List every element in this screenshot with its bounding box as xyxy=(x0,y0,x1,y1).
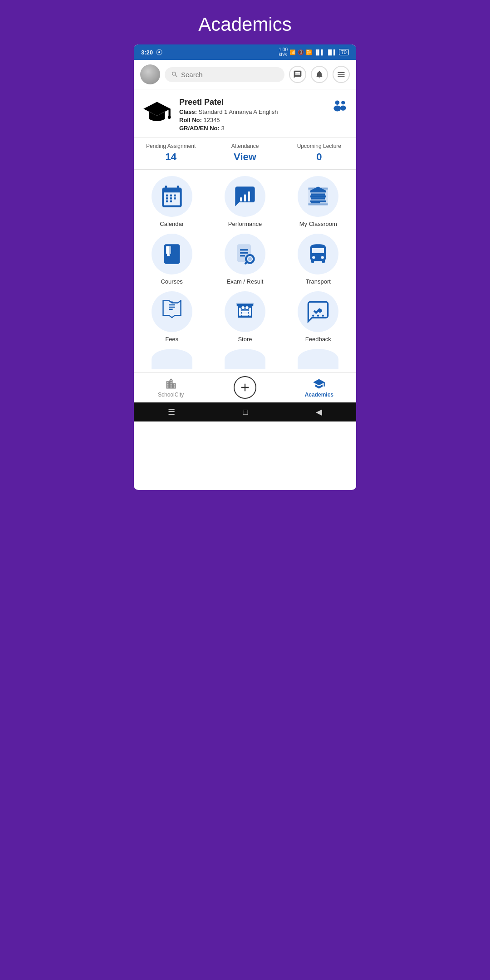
menu-item-transport[interactable]: Transport xyxy=(285,234,352,285)
stat-pending-value: 14 xyxy=(134,151,208,163)
android-back-button[interactable]: ◀ xyxy=(316,407,322,417)
school-logo xyxy=(141,98,173,129)
status-icons: 1.00kb/s 📶 📵 📴 ▐▌▌ ▐▌▌ 70 xyxy=(279,47,349,57)
stat-upcoming-label: Upcoming Lecture xyxy=(282,143,356,149)
my-classroom-icon-circle xyxy=(298,176,338,217)
svg-rect-8 xyxy=(166,195,168,196)
stat-attendance-value: View xyxy=(208,151,282,163)
bottom-nav-add[interactable] xyxy=(208,376,282,399)
stat-upcoming-lecture: Upcoming Lecture 0 xyxy=(282,143,356,163)
svg-rect-15 xyxy=(170,201,172,202)
bottom-nav-school-city[interactable]: SchoolCity xyxy=(134,377,208,398)
performance-icon-circle xyxy=(225,176,265,217)
menu-item-calendar[interactable]: Calendar xyxy=(138,176,205,227)
outer-wrapper: Academics 3:20 1.00kb/s 📶 📵 📴 ▐▌▌ ▐▌▌ 70 xyxy=(122,0,368,490)
add-button[interactable] xyxy=(234,376,256,399)
transport-icon-circle xyxy=(298,234,338,274)
svg-rect-20 xyxy=(311,194,325,196)
bell-icon xyxy=(315,70,324,79)
courses-icon-circle xyxy=(152,234,192,274)
svg-point-3 xyxy=(168,116,171,119)
menu-item-feedback[interactable]: Feedback xyxy=(285,291,352,343)
svg-point-4 xyxy=(335,100,340,105)
exam-icon xyxy=(233,242,257,266)
stat-attendance-label: Attendance xyxy=(208,143,282,149)
svg-rect-2 xyxy=(169,109,171,117)
svg-point-6 xyxy=(341,101,345,104)
svg-point-0 xyxy=(158,51,160,53)
svg-rect-27 xyxy=(240,255,245,256)
svg-rect-26 xyxy=(240,252,248,254)
svg-rect-22 xyxy=(311,201,320,203)
menu-item-courses[interactable]: Courses xyxy=(138,234,205,285)
messages-button[interactable] xyxy=(289,66,306,83)
svg-rect-33 xyxy=(241,311,249,312)
menu-label-fees: Fees xyxy=(165,336,178,343)
bottom-nav-school-city-label: SchoolCity xyxy=(158,392,184,398)
menu-label-feedback: Feedback xyxy=(305,336,331,343)
status-time: 3:20 xyxy=(141,49,163,56)
svg-rect-9 xyxy=(170,195,172,196)
svg-point-30 xyxy=(248,257,252,261)
family-icon xyxy=(331,98,349,116)
student-name: Preeti Patel xyxy=(179,98,324,107)
bottom-nav: SchoolCity Academics xyxy=(134,372,356,402)
menu-label-calendar: Calendar xyxy=(160,220,184,227)
search-icon xyxy=(171,71,178,78)
search-placeholder: Search xyxy=(181,71,203,78)
svg-rect-14 xyxy=(166,201,168,202)
student-roll: Roll No: 12345 xyxy=(179,117,324,123)
fees-icon xyxy=(160,300,184,323)
transport-icon xyxy=(306,242,330,266)
student-gr: GR/AD/EN No: 3 xyxy=(179,125,324,132)
svg-rect-17 xyxy=(244,195,246,201)
student-info: Preeti Patel Class: Standard 1 Annanya A… xyxy=(179,98,324,132)
store-icon xyxy=(233,300,257,323)
svg-point-37 xyxy=(312,315,314,317)
svg-point-39 xyxy=(322,315,324,317)
svg-rect-13 xyxy=(174,197,176,199)
nav-icons xyxy=(289,66,350,83)
graduation-cap-icon xyxy=(142,98,172,129)
android-home-button[interactable]: □ xyxy=(243,407,248,417)
store-icon-circle xyxy=(225,291,265,332)
android-menu-button[interactable]: ☰ xyxy=(168,407,175,417)
svg-rect-25 xyxy=(240,249,248,250)
menu-button[interactable] xyxy=(333,66,350,83)
menu-item-fees[interactable]: Fees xyxy=(138,291,205,343)
svg-point-5 xyxy=(333,106,341,112)
svg-rect-11 xyxy=(166,197,168,199)
menu-label-exam-result: Exam / Result xyxy=(227,278,264,285)
menu-item-store[interactable]: Store xyxy=(211,291,278,343)
courses-icon xyxy=(160,242,184,266)
search-bar[interactable]: Search xyxy=(165,67,284,82)
menu-label-my-classroom: My Classroom xyxy=(299,220,337,227)
stat-attendance[interactable]: Attendance View xyxy=(208,143,282,163)
svg-point-38 xyxy=(317,315,319,317)
menu-row-partial xyxy=(134,349,356,372)
avatar[interactable] xyxy=(140,64,160,84)
notifications-button[interactable] xyxy=(311,66,328,83)
fees-icon-circle xyxy=(152,291,192,332)
profile-icon[interactable] xyxy=(331,98,349,116)
svg-point-36 xyxy=(241,306,245,310)
stat-pending-label: Pending Assignment xyxy=(134,143,208,149)
menu-item-exam-result[interactable]: Exam / Result xyxy=(211,234,278,285)
stat-upcoming-value: 0 xyxy=(282,151,356,163)
classroom-icon xyxy=(306,185,330,208)
svg-rect-32 xyxy=(236,303,254,306)
bottom-nav-academics[interactable]: Academics xyxy=(282,377,356,398)
top-nav: Search xyxy=(134,60,356,89)
menu-label-transport: Transport xyxy=(306,278,331,285)
menu-label-performance: Performance xyxy=(228,220,262,227)
menu-item-performance[interactable]: Performance xyxy=(211,176,278,227)
school-city-icon xyxy=(165,377,177,390)
performance-icon xyxy=(233,185,257,208)
calendar-icon-circle xyxy=(152,176,192,217)
stats-row: Pending Assignment 14 Attendance View Up… xyxy=(134,137,356,170)
status-bar: 3:20 1.00kb/s 📶 📵 📴 ▐▌▌ ▐▌▌ 70 xyxy=(134,44,356,60)
svg-rect-18 xyxy=(248,191,250,201)
stat-pending-assignment: Pending Assignment 14 xyxy=(134,143,208,163)
menu-item-my-classroom[interactable]: My Classroom xyxy=(285,176,352,227)
messages-icon xyxy=(293,70,302,79)
